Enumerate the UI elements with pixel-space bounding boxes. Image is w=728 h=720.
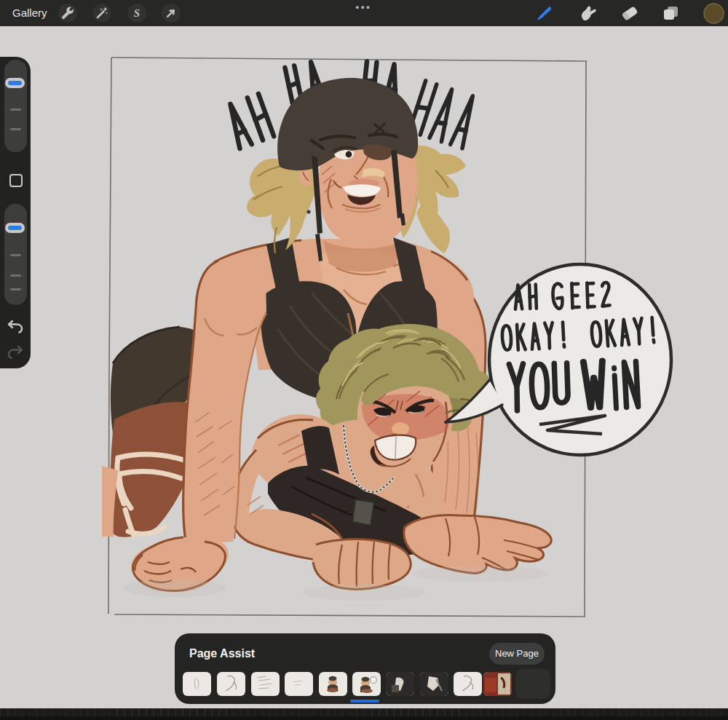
svg-text:S: S xyxy=(134,7,140,19)
